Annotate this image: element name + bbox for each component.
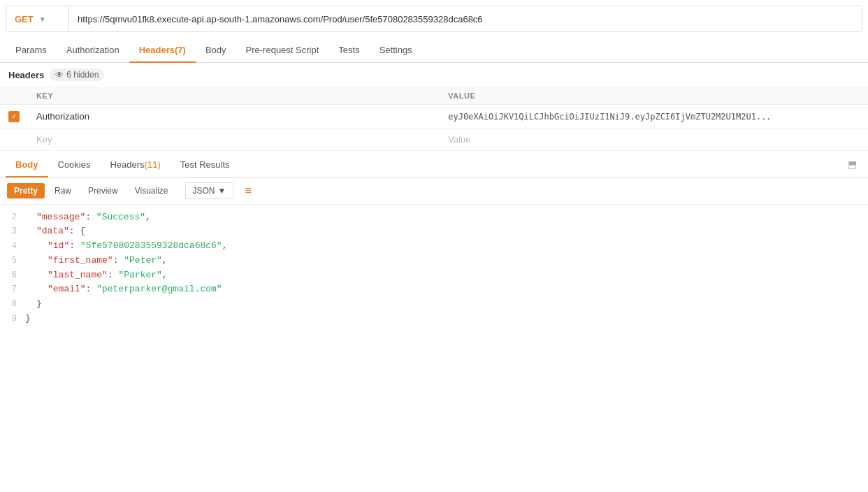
hidden-count: 6 hidden [66, 70, 99, 80]
format-pretty[interactable]: Pretty [7, 183, 45, 198]
line-4: 4 "id": "5fe57080283559328dca68c6", [0, 239, 868, 254]
method-chevron: ▼ [39, 15, 46, 23]
empty-value-cell[interactable]: Value [440, 128, 868, 150]
method-select[interactable]: GET ▼ [6, 6, 69, 31]
key-text: Authorization [36, 111, 89, 122]
hidden-badge[interactable]: 👁 6 hidden [50, 68, 104, 81]
response-copy-icon[interactable]: ⬒ [842, 153, 862, 175]
eye-icon: 👁 [55, 70, 64, 80]
format-raw[interactable]: Raw [48, 183, 78, 198]
url-input[interactable] [69, 6, 862, 31]
row-checkbox-cell[interactable]: ✓ [0, 105, 28, 129]
col-check [0, 87, 28, 105]
row-value-cell[interactable]: eyJ0eXAiOiJKV1QiLCJhbGciOiJIUzI1NiJ9.eyJ… [440, 105, 868, 129]
headers-section: Headers 👁 6 hidden [0, 63, 868, 87]
response-tab-test-results[interactable]: Test Results [171, 152, 240, 177]
format-preview[interactable]: Preview [81, 183, 125, 198]
json-type-label: JSON [193, 186, 215, 196]
response-tab-headers[interactable]: Headers(11) [100, 152, 170, 177]
tab-tests[interactable]: Tests [328, 38, 369, 62]
line-7: 7 "email": "peterparker@gmail.com" [0, 282, 868, 297]
line-6: 6 "last_name": "Parker", [0, 268, 868, 283]
line-2: 2 "message": "Success", [0, 210, 868, 225]
tab-params[interactable]: Params [6, 38, 57, 62]
tab-pre-request-script[interactable]: Pre-request Script [236, 38, 329, 62]
response-tab-body[interactable]: Body [6, 152, 48, 177]
row-key-cell[interactable]: Authorization [28, 105, 440, 129]
request-tabs: Params Authorization Headers(7) Body Pre… [0, 38, 868, 63]
response-tabs: Body Cookies Headers(11) Test Results ⬒ [0, 152, 868, 178]
tab-authorization[interactable]: Authorization [57, 38, 129, 62]
wrap-button[interactable]: ≡ [239, 182, 256, 200]
line-9: 9 } [0, 312, 868, 326]
method-label: GET [15, 14, 34, 24]
line-5: 5 "first_name": "Peter", [0, 254, 868, 268]
tab-body[interactable]: Body [196, 38, 236, 62]
checkbox-checked[interactable]: ✓ [8, 111, 20, 122]
format-visualize[interactable]: Visualize [128, 183, 175, 198]
line-3: 3 "data": { [0, 224, 868, 239]
tab-headers[interactable]: Headers(7) [129, 38, 196, 62]
json-type-select[interactable]: JSON ▼ [185, 182, 234, 199]
empty-checkbox-cell [0, 128, 28, 150]
headers-table: KEY VALUE ✓ Authorization eyJ0eXAiOiJKV1… [0, 87, 868, 151]
col-value: VALUE [440, 87, 868, 105]
value-text: eyJ0eXAiOiJKV1QiLCJhbGciOiJIUzI1NiJ9.eyJ… [448, 112, 771, 122]
tab-settings[interactable]: Settings [370, 38, 422, 62]
empty-key-cell[interactable]: Key [28, 128, 440, 150]
empty-row: Key Value [0, 128, 868, 150]
value-placeholder: Value [448, 134, 470, 145]
col-key: KEY [28, 87, 440, 105]
line-8: 8 } [0, 297, 868, 312]
table-row: ✓ Authorization eyJ0eXAiOiJKV1QiLCJhbGci… [0, 105, 868, 129]
json-body: 2 "message": "Success", 3 "data": { 4 "i… [0, 205, 868, 332]
response-tab-cookies[interactable]: Cookies [48, 152, 101, 177]
key-placeholder: Key [36, 134, 52, 145]
url-bar: GET ▼ [6, 6, 862, 32]
format-bar: Pretty Raw Preview Visualize JSON ▼ ≡ [0, 178, 868, 205]
headers-label: Headers [8, 70, 44, 80]
json-chevron: ▼ [218, 186, 226, 196]
